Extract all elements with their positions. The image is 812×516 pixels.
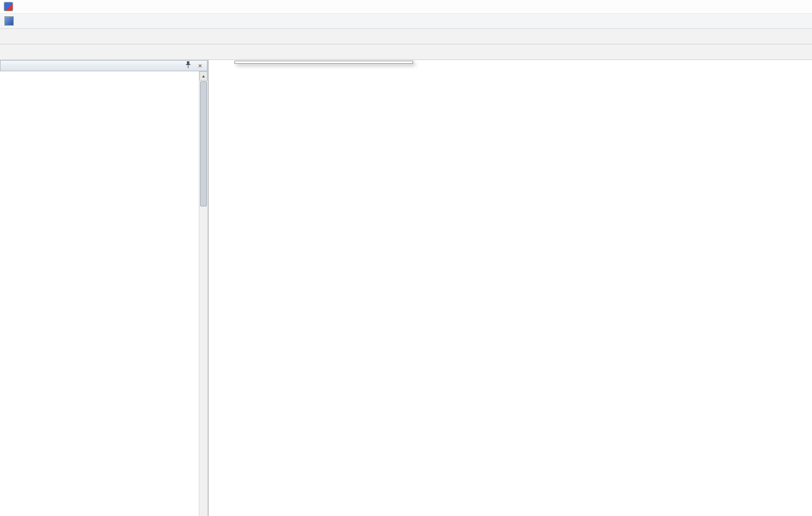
document-icon	[4, 16, 14, 26]
toolbar-insert	[0, 44, 812, 60]
pin-icon[interactable]	[184, 61, 193, 71]
rfem-window: × ▲	[0, 0, 812, 516]
tree-scrollbar[interactable]: ▲	[199, 71, 208, 516]
app-icon	[4, 2, 13, 11]
viewport[interactable]	[209, 60, 812, 516]
display-tree	[0, 71, 199, 516]
title-bar	[0, 0, 812, 14]
surface-menu	[234, 61, 413, 64]
close-icon[interactable]: ×	[196, 61, 204, 70]
menu-bar	[0, 14, 812, 29]
project-navigator-panel: × ▲	[0, 60, 209, 516]
panel-body: ▲	[0, 71, 208, 516]
panel-header: ×	[0, 60, 208, 71]
main-area: × ▲	[0, 60, 812, 516]
scroll-up-icon[interactable]: ▲	[199, 71, 208, 81]
viewport-3d[interactable]	[209, 60, 812, 516]
scrollbar-thumb[interactable]	[200, 81, 207, 206]
toolbar-standard	[0, 29, 812, 44]
